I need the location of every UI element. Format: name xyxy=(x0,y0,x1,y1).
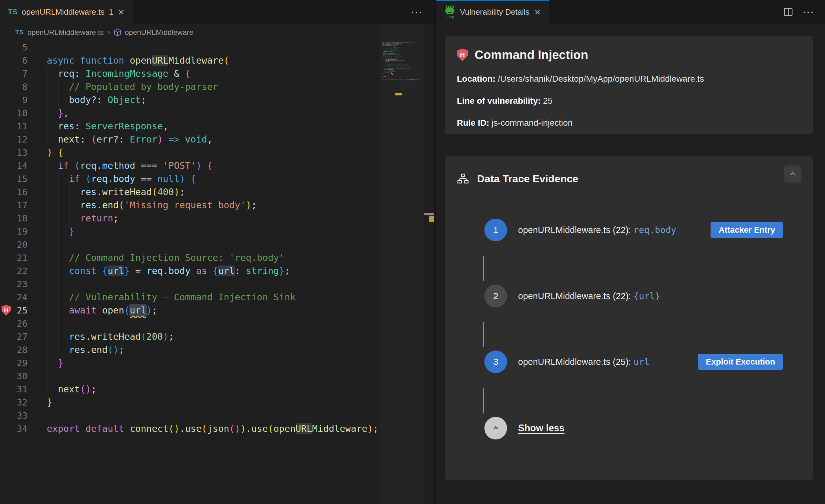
chevron-up-icon xyxy=(492,424,500,432)
editor-more-actions-icon[interactable]: ⋯ xyxy=(411,6,422,18)
code-line[interactable]: 32} xyxy=(0,396,379,409)
breadcrumb: TS openURLMiddleware.ts › openURLMiddlew… xyxy=(0,24,435,41)
code-line[interactable]: 9 body?: Object; xyxy=(0,93,379,106)
jfrog-frog-icon: JFrog xyxy=(444,5,456,19)
line-number: 5 xyxy=(12,42,27,53)
panel-more-actions-icon[interactable]: ⋯ xyxy=(802,6,814,18)
line-number: 28 xyxy=(12,345,27,355)
chevron-up-icon xyxy=(788,169,798,179)
show-less-link[interactable]: Show less xyxy=(518,423,565,434)
vulnerability-card: H Command Injection Location: /Users/sha… xyxy=(445,36,813,134)
code-line[interactable]: 31 next(); xyxy=(0,383,379,396)
code-line[interactable]: 21 // Command Injection Source: 'req.bod… xyxy=(0,251,379,264)
code-lines: 56async function openURLMiddleware(7 req… xyxy=(0,41,379,435)
minimap-code: import type {IncomingMessage, ServerResp… xyxy=(382,42,420,80)
vulnerability-panel-group: JFrog Vulnerability Details × ⋯ H Comman… xyxy=(436,0,825,504)
tab-openurlmiddleware[interactable]: TS openURLMiddleware.ts 1 × xyxy=(0,0,133,24)
minimap[interactable]: import type {IncomingMessage, ServerResp… xyxy=(379,24,424,504)
code-line[interactable]: 10 }, xyxy=(0,106,379,119)
code-line[interactable]: 30 xyxy=(0,369,379,383)
trace-step-tag-button[interactable]: Attacker Entry xyxy=(710,222,783,238)
trace-connector-line xyxy=(483,256,484,281)
trace-step-location: openURLMiddleware.ts (22): {url} xyxy=(518,291,660,301)
gutter-vulnerability-shield-icon[interactable]: H xyxy=(2,305,11,316)
line-number: 8 xyxy=(12,82,27,92)
overview-ruler-modified-marker xyxy=(429,216,434,222)
breadcrumb-file[interactable]: openURLMiddleware.ts xyxy=(27,28,104,37)
org-chart-icon xyxy=(457,173,469,185)
trace-step-number: 1 xyxy=(484,219,507,241)
line-number: 31 xyxy=(12,384,27,395)
code-line[interactable]: 28 res.end(); xyxy=(0,343,379,356)
code-line[interactable]: 7 req: IncomingMessage & { xyxy=(0,67,379,80)
line-number: 15 xyxy=(12,174,27,184)
code-line[interactable]: 12 next: (err?: Error) => void, xyxy=(0,133,379,146)
line-number: 13 xyxy=(12,147,27,158)
trace-step-tag-button[interactable]: Exploit Execution xyxy=(698,354,783,370)
code-line[interactable]: 20 xyxy=(0,238,379,251)
symbol-module-icon xyxy=(114,28,121,36)
code-line[interactable]: H25 await open(url); xyxy=(0,304,379,317)
code-line[interactable]: 11 res: ServerResponse, xyxy=(0,119,379,133)
line-number: 7 xyxy=(12,69,27,79)
editor-tabstrip: TS openURLMiddleware.ts 1 × ⋯ xyxy=(0,0,435,24)
line-number: 17 xyxy=(12,200,27,211)
code-line[interactable]: 19 } xyxy=(0,225,379,238)
trace-step-location: openURLMiddleware.ts (22): req.body xyxy=(518,225,676,235)
code-line[interactable]: 5 xyxy=(0,41,379,54)
code-line[interactable]: 22 const {url} = req.body as {url: strin… xyxy=(0,264,379,277)
trace-title: Data Trace Evidence xyxy=(477,173,578,185)
severity-high-shield-icon: H xyxy=(457,49,468,62)
code-line[interactable]: 18 return; xyxy=(0,212,379,225)
tab-label: openURLMiddleware.ts xyxy=(22,7,104,17)
show-less-row[interactable]: Show less xyxy=(457,417,801,440)
line-number: 16 xyxy=(12,187,27,197)
line-number: 18 xyxy=(12,213,27,224)
line-number: 25 xyxy=(12,305,27,316)
vulnerability-location: Location: /Users/shanik/Desktop/MyApp/op… xyxy=(457,74,801,84)
trace-step[interactable]: 2openURLMiddleware.ts (22): {url} xyxy=(457,284,801,308)
code-line[interactable]: 15 if (req.body == null) { xyxy=(0,172,379,185)
overview-ruler[interactable] xyxy=(424,24,435,504)
line-number: 22 xyxy=(12,266,27,276)
code-line[interactable]: 29 } xyxy=(0,356,379,369)
line-number: 30 xyxy=(12,371,27,382)
line-number: 12 xyxy=(12,134,27,145)
close-icon[interactable]: × xyxy=(118,7,125,17)
code-line[interactable]: 26 xyxy=(0,317,379,330)
split-editor-icon[interactable] xyxy=(783,7,793,17)
svg-text:JFrog: JFrog xyxy=(446,15,454,19)
collapse-section-button[interactable] xyxy=(784,165,802,183)
close-icon[interactable]: × xyxy=(534,7,541,17)
code-line[interactable]: 34export default connect().use(json()).u… xyxy=(0,422,379,435)
line-number: 11 xyxy=(12,121,27,132)
code-line[interactable]: 33 xyxy=(0,409,379,422)
vulnerability-title: Command Injection xyxy=(475,48,588,62)
trace-step[interactable]: 3openURLMiddleware.ts (25): urlExploit E… xyxy=(457,350,801,373)
code-line[interactable]: 27 res.writeHead(200); xyxy=(0,330,379,343)
code-line[interactable]: 17 res.end('Missing request body'); xyxy=(0,198,379,212)
minimap-vulnerability-marker xyxy=(395,93,402,95)
panel-tab-label: Vulnerability Details xyxy=(460,7,529,17)
tab-vulnerability-details[interactable]: JFrog Vulnerability Details × xyxy=(436,0,549,24)
trace-step-location: openURLMiddleware.ts (25): url xyxy=(518,357,650,367)
trace-step-number: 3 xyxy=(484,350,507,373)
code-line[interactable]: 23 xyxy=(0,277,379,290)
data-trace-card: Data Trace Evidence 1openURLMiddleware.t… xyxy=(445,156,813,480)
code-line[interactable]: 24 // Vulnerability – Command Injection … xyxy=(0,290,379,304)
code-line[interactable]: 13) { xyxy=(0,146,379,159)
code-line[interactable]: 6async function openURLMiddleware( xyxy=(0,54,379,67)
vulnerability-rule-id: Rule ID: js-command-injection xyxy=(457,118,801,128)
line-number: 9 xyxy=(12,95,27,105)
collapse-steps-button[interactable] xyxy=(484,417,507,439)
line-number: 6 xyxy=(12,55,27,66)
trace-step[interactable]: 1openURLMiddleware.ts (22): req.bodyAtta… xyxy=(457,218,801,242)
code-line[interactable]: 16 res.writeHead(400); xyxy=(0,185,379,198)
code-editor[interactable]: 56async function openURLMiddleware(7 req… xyxy=(0,41,379,504)
code-line[interactable]: 14 if (req.method === 'POST') { xyxy=(0,159,379,172)
breadcrumb-symbol[interactable]: openURLMiddleware xyxy=(125,28,194,37)
line-number: 23 xyxy=(12,279,27,289)
line-number: 21 xyxy=(12,253,27,263)
code-line[interactable]: 8 // Populated by body-parser xyxy=(0,80,379,93)
vulnerability-line: Line of vulnerability: 25 xyxy=(457,96,801,106)
